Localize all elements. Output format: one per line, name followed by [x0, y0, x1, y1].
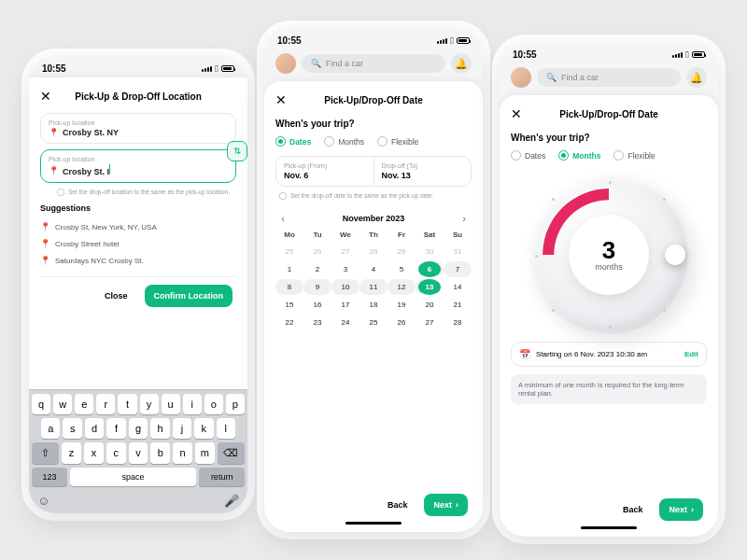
notifications-button[interactable]: 🔔: [451, 53, 472, 74]
key-k[interactable]: k: [194, 418, 213, 439]
edit-button[interactable]: Edit: [684, 350, 698, 358]
search-input[interactable]: 🔍 Find a car: [302, 54, 445, 73]
cal-day[interactable]: 8: [275, 279, 303, 295]
cal-day[interactable]: 30: [416, 244, 444, 259]
cal-day[interactable]: 25: [275, 244, 303, 259]
cal-day[interactable]: 22: [275, 315, 303, 330]
cal-day[interactable]: 12: [388, 279, 416, 295]
pickup-date-field[interactable]: Pick-up (From) Nov. 6: [276, 157, 374, 186]
cal-day-end[interactable]: 13: [416, 279, 444, 295]
cal-day[interactable]: 4: [359, 261, 388, 277]
avatar[interactable]: [511, 67, 531, 88]
cal-day[interactable]: 28: [359, 244, 388, 259]
cal-day[interactable]: 10: [331, 279, 359, 295]
suggestion-item[interactable]: 📍Saturdays NYC Crosby St.: [40, 252, 236, 269]
key-o[interactable]: o: [204, 394, 223, 414]
key-q[interactable]: q: [32, 394, 50, 414]
radio-months[interactable]: Months: [558, 150, 600, 161]
cal-day[interactable]: 21: [444, 297, 472, 313]
radio-dates[interactable]: Dates: [275, 136, 311, 147]
back-button[interactable]: Back: [613, 498, 653, 521]
key-123[interactable]: 123: [32, 468, 67, 486]
key-e[interactable]: e: [75, 394, 93, 414]
key-p[interactable]: p: [226, 394, 245, 414]
cal-day[interactable]: 17: [331, 297, 359, 313]
cal-day[interactable]: 28: [444, 315, 472, 330]
dial-knob[interactable]: [665, 245, 685, 265]
key-f[interactable]: f: [106, 418, 125, 439]
radio-flexible[interactable]: Flexible: [377, 136, 418, 147]
cal-day[interactable]: 14: [444, 279, 472, 295]
radio-months[interactable]: Months: [324, 136, 364, 147]
cal-day[interactable]: 19: [388, 297, 416, 313]
prev-month-button[interactable]: ‹: [275, 213, 290, 224]
next-button[interactable]: Next›: [424, 494, 468, 516]
pickup-location-field[interactable]: Pick-up location 📍 Crosby St. NY: [40, 113, 236, 144]
avatar[interactable]: [275, 53, 296, 74]
key-shift[interactable]: ⇧: [32, 442, 59, 464]
cal-day[interactable]: 23: [303, 315, 331, 330]
key-h[interactable]: h: [150, 418, 169, 439]
key-v[interactable]: v: [129, 442, 148, 464]
key-c[interactable]: c: [106, 442, 126, 464]
radio-flexible[interactable]: Flexible: [613, 150, 655, 161]
cal-day[interactable]: 20: [416, 297, 444, 313]
cal-day[interactable]: 31: [444, 244, 472, 259]
dropoff-location-field[interactable]: Pick-up location 📍 Crosby St. I: [40, 149, 236, 183]
cal-day[interactable]: 1: [275, 261, 303, 277]
close-button[interactable]: Close: [95, 285, 137, 307]
key-b[interactable]: b: [150, 442, 170, 464]
cal-day[interactable]: 16: [303, 297, 331, 313]
key-r[interactable]: r: [96, 394, 115, 414]
key-m[interactable]: m: [195, 442, 215, 464]
key-space[interactable]: space: [70, 468, 196, 486]
cal-day[interactable]: 18: [359, 297, 388, 313]
cal-day[interactable]: 2: [303, 261, 331, 277]
swap-locations-button[interactable]: ⇅: [227, 141, 247, 161]
notifications-button[interactable]: 🔔: [686, 67, 707, 88]
key-y[interactable]: y: [140, 394, 159, 414]
suggestion-item[interactable]: 📍Crosby St, New York, NY, USA: [40, 218, 236, 235]
key-t[interactable]: t: [118, 394, 136, 414]
checkbox-icon[interactable]: [57, 189, 64, 196]
key-i[interactable]: i: [183, 394, 202, 414]
key-s[interactable]: s: [63, 418, 81, 439]
months-dial[interactable]: 3 months: [529, 175, 688, 334]
checkbox-icon[interactable]: [279, 192, 287, 200]
key-d[interactable]: d: [85, 418, 104, 439]
start-date-row[interactable]: 📅 Starting on 6 Nov. 2023 10:30 am Edit: [511, 342, 707, 367]
key-z[interactable]: z: [62, 442, 81, 464]
cal-day[interactable]: 15: [275, 297, 303, 313]
same-as-pickup-date-option[interactable]: Set the drop-off date to the same as the…: [275, 192, 472, 207]
confirm-location-button[interactable]: Confirm Location: [145, 285, 233, 307]
cal-day[interactable]: 11: [359, 279, 388, 295]
search-input[interactable]: 🔍 Find a car: [537, 68, 681, 87]
cal-day[interactable]: 26: [388, 315, 416, 330]
cal-day[interactable]: 26: [303, 244, 331, 259]
key-x[interactable]: x: [84, 442, 104, 464]
cal-day[interactable]: 25: [359, 315, 388, 330]
key-l[interactable]: l: [217, 418, 235, 439]
cal-day[interactable]: 29: [388, 244, 416, 259]
cal-day[interactable]: 27: [331, 244, 359, 259]
suggestion-item[interactable]: 📍Crosby Street hotel: [40, 235, 236, 252]
cal-day[interactable]: 5: [388, 261, 416, 277]
mic-key[interactable]: 🎤: [224, 494, 239, 508]
cal-day[interactable]: 24: [331, 315, 359, 330]
dropoff-date-field[interactable]: Drop-off (To) Nov. 13: [374, 157, 472, 186]
key-g[interactable]: g: [129, 418, 148, 439]
next-button[interactable]: Next›: [659, 498, 703, 521]
key-return[interactable]: return: [199, 468, 245, 486]
emoji-key[interactable]: ☺: [37, 494, 49, 508]
key-a[interactable]: a: [41, 418, 60, 439]
cal-day-start[interactable]: 6: [416, 261, 444, 277]
radio-dates[interactable]: Dates: [511, 150, 545, 161]
key-backspace[interactable]: ⌫: [218, 442, 245, 464]
same-as-pickup-option[interactable]: Set the drop-off location to the same as…: [40, 189, 236, 203]
key-n[interactable]: n: [173, 442, 192, 464]
back-button[interactable]: Back: [378, 494, 417, 516]
cal-day[interactable]: 7: [444, 261, 472, 277]
key-u[interactable]: u: [162, 394, 180, 414]
cal-day[interactable]: 3: [331, 261, 359, 277]
key-w[interactable]: w: [53, 394, 72, 414]
